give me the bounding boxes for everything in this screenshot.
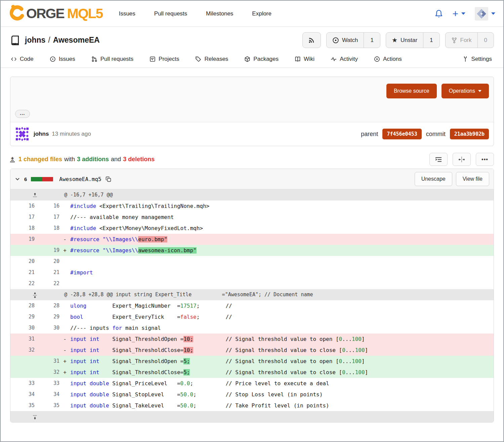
nav-link-issues[interactable]: Issues	[119, 10, 135, 17]
old-line-number[interactable]: 32	[10, 345, 35, 356]
new-line-number[interactable]: 34	[35, 389, 59, 400]
new-line-number[interactable]: 22	[35, 278, 59, 289]
whitespace-options-button[interactable]	[429, 153, 448, 166]
commit-hash-link[interactable]: 21aa3b902b	[450, 129, 489, 139]
diff-op-sign: +	[59, 356, 70, 367]
more-options-button[interactable]: •••	[476, 153, 494, 166]
tab-projects[interactable]: Projects	[149, 51, 180, 68]
old-line-number[interactable]: 31	[10, 334, 35, 345]
repo-title-separator: /	[48, 36, 50, 44]
new-line-number[interactable]: 31	[35, 356, 59, 367]
author-name[interactable]: johns	[34, 131, 49, 137]
code-line: +input int Signal_ThresholdClose=5; // S…	[59, 367, 494, 378]
main-content: Browse source Operations ...	[1, 77, 503, 423]
diff-line-row: 32-input int Signal_ThresholdClose=10; /…	[10, 345, 494, 356]
watch-count[interactable]: 1	[364, 33, 380, 48]
rss-button[interactable]	[302, 32, 321, 48]
nav-link-explore[interactable]: Explore	[252, 10, 271, 17]
old-line-number[interactable]: 17	[10, 212, 35, 223]
operations-dropdown-button[interactable]: Operations	[442, 84, 489, 98]
nav-link-pull-requests[interactable]: Pull requests	[154, 10, 187, 17]
commit-time: 13 minutes ago	[52, 131, 91, 137]
new-line-number[interactable]: 30	[35, 322, 59, 334]
old-line-number[interactable]: 35	[10, 400, 35, 411]
notifications-bell-icon[interactable]	[435, 9, 443, 18]
create-new-menu[interactable]: +	[452, 9, 465, 19]
old-line-number[interactable]	[10, 367, 35, 378]
collapse-file-icon[interactable]	[15, 176, 20, 182]
fork-count[interactable]: 0	[477, 33, 494, 48]
parent-label: parent	[361, 131, 378, 138]
expand-hunk-up-button[interactable]	[33, 193, 37, 198]
tab-pull-requests[interactable]: Pull requests	[91, 51, 134, 68]
tab-packages[interactable]: Packages	[244, 51, 279, 68]
unescape-button[interactable]: Unescape	[415, 172, 452, 186]
old-line-number[interactable]: 28	[10, 300, 35, 311]
tab-activity[interactable]: Activity	[330, 51, 359, 68]
tab-wiki[interactable]: Wiki	[294, 51, 315, 68]
star-count[interactable]: 1	[423, 33, 439, 48]
expand-hunk-down-button[interactable]	[33, 414, 37, 419]
file-name: AwesomeEA.mq5	[59, 176, 101, 182]
package-icon	[244, 56, 250, 62]
split-view-button[interactable]	[453, 153, 471, 166]
author-avatar[interactable]	[15, 127, 29, 141]
new-line-number[interactable]: 16	[35, 201, 59, 212]
unstar-button[interactable]: ★ Unstar 1	[386, 32, 440, 48]
new-line-number[interactable]: 29	[35, 311, 59, 322]
new-line-number[interactable]	[35, 334, 59, 345]
diff-line-row: 31-input int Signal_ThresholdOpen =10; /…	[10, 334, 494, 345]
new-line-number[interactable]: 35	[35, 400, 59, 411]
old-line-number[interactable]: 34	[10, 389, 35, 400]
fork-button[interactable]: Fork 0	[445, 32, 494, 48]
new-line-number[interactable]: 21	[35, 267, 59, 278]
new-line-number[interactable]	[35, 234, 59, 245]
tab-actions[interactable]: Actions	[373, 51, 403, 68]
repo-name-link[interactable]: AwesomeEA	[53, 36, 100, 44]
new-line-number[interactable]: 28	[35, 300, 59, 311]
old-line-number[interactable]	[10, 245, 35, 256]
forge-mql5-logo[interactable]: ORGE MQL5	[9, 4, 103, 23]
unstar-label: Unstar	[401, 37, 417, 44]
old-line-number[interactable]: 20	[10, 256, 35, 267]
tab-code[interactable]: Code	[10, 51, 34, 68]
diff-stats-row: ± 1 changed files with 3 additions and 3…	[10, 153, 494, 166]
diff-op-sign: +	[59, 245, 70, 256]
expand-hunk-both-button[interactable]	[33, 292, 37, 298]
plus-icon: +	[452, 9, 458, 19]
new-line-number[interactable]: 18	[35, 223, 59, 234]
old-line-number[interactable]: 29	[10, 311, 35, 322]
changed-files-link[interactable]: 1 changed files	[18, 156, 62, 163]
old-line-number[interactable]: 19	[10, 234, 35, 245]
diff-line-row: 2121 #import	[10, 267, 494, 278]
new-line-number[interactable]: 32	[35, 367, 59, 378]
new-line-number[interactable]	[35, 345, 59, 356]
old-line-number[interactable]: 21	[10, 267, 35, 278]
copy-filename-icon[interactable]	[106, 176, 111, 182]
old-line-number[interactable]: 33	[10, 378, 35, 389]
parent-hash-link[interactable]: 7f456e0453	[382, 129, 421, 139]
new-line-number[interactable]: 17	[35, 212, 59, 223]
old-line-number[interactable]	[10, 356, 35, 367]
watch-button[interactable]: Watch 1	[326, 32, 380, 48]
commit-label: commit	[426, 131, 446, 138]
tab-settings[interactable]: Settings	[462, 51, 493, 68]
tab-releases[interactable]: Releases	[195, 51, 229, 68]
diff-op-sign	[59, 300, 70, 311]
nav-link-milestones[interactable]: Milestones	[206, 10, 233, 17]
repo-owner-link[interactable]: johns	[25, 36, 45, 44]
diff-file-box: 6 AwesomeEA.mq5 Unescape View file	[10, 169, 494, 423]
new-line-number[interactable]: 33	[35, 378, 59, 389]
old-line-number[interactable]: 30	[10, 322, 35, 334]
view-file-button[interactable]: View file	[456, 172, 489, 186]
new-line-number[interactable]: 20	[35, 256, 59, 267]
code-line	[59, 256, 494, 267]
new-line-number[interactable]: 19	[35, 245, 59, 256]
commit-more-button[interactable]: ...	[15, 110, 30, 118]
old-line-number[interactable]: 16	[10, 201, 35, 212]
old-line-number[interactable]: 22	[10, 278, 35, 289]
tab-issues[interactable]: Issues	[49, 51, 76, 68]
old-line-number[interactable]: 18	[10, 223, 35, 234]
browse-source-button[interactable]: Browse source	[386, 84, 437, 98]
user-menu[interactable]	[475, 7, 495, 20]
